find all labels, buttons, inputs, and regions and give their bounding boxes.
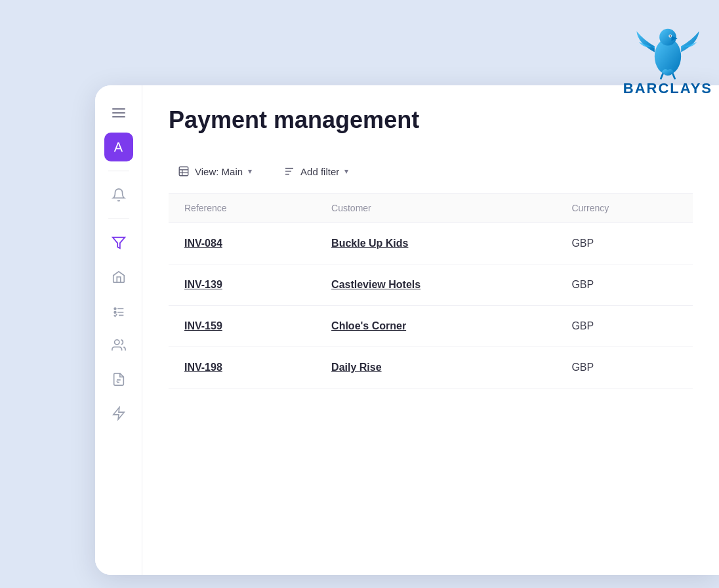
cell-customer: Castleview Hotels: [316, 264, 556, 306]
barclays-eagle-icon: [632, 13, 704, 85]
table-row: INV-159 Chloe's Corner GBP: [169, 306, 693, 347]
main-content: Payment management View: Main ▾: [142, 85, 719, 575]
col-customer: Customer: [316, 194, 556, 223]
sidebar-item-menu[interactable]: [104, 98, 133, 127]
cell-currency: GBP: [556, 347, 693, 388]
sidebar-item-filter[interactable]: [104, 228, 133, 257]
tasks-icon: [112, 304, 126, 318]
svg-line-5: [672, 74, 675, 79]
cell-reference: INV-198: [169, 347, 316, 388]
sidebar-item-avatar[interactable]: A: [104, 133, 133, 161]
svg-point-8: [114, 311, 116, 313]
currency-value: GBP: [571, 238, 594, 249]
filter-label: Add filter: [300, 166, 339, 177]
add-filter-button[interactable]: Add filter ▾: [274, 160, 358, 182]
sidebar-item-notifications[interactable]: [104, 180, 133, 209]
customer-link[interactable]: Daily Rise: [331, 362, 381, 373]
hamburger-icon: [112, 108, 125, 117]
reference-link[interactable]: INV-084: [184, 238, 222, 249]
cell-reference: INV-139: [169, 264, 316, 306]
table-row: INV-198 Daily Rise GBP: [169, 347, 693, 388]
sidebar-divider-2: [108, 219, 129, 219]
currency-value: GBP: [571, 279, 594, 290]
reference-link[interactable]: INV-139: [184, 279, 222, 290]
invoice-icon: £: [112, 372, 126, 387]
reference-link[interactable]: INV-159: [184, 320, 222, 331]
cell-reference: INV-159: [169, 306, 316, 347]
cell-reference: INV-084: [169, 223, 316, 264]
cell-currency: GBP: [556, 264, 693, 306]
filter-icon: [112, 236, 126, 250]
currency-value: GBP: [571, 320, 594, 331]
avatar-label: A: [114, 140, 123, 155]
view-label: View: Main: [195, 166, 243, 177]
svg-point-3: [669, 35, 670, 37]
main-card: A: [95, 85, 719, 575]
customer-link[interactable]: Castleview Hotels: [331, 279, 421, 290]
cell-customer: Buckle Up Kids: [316, 223, 556, 264]
home-icon: [112, 270, 126, 284]
table-view-icon: [178, 165, 190, 177]
col-reference: Reference: [169, 194, 316, 223]
cell-customer: Daily Rise: [316, 347, 556, 388]
barclays-logo: BARCLAYS: [623, 13, 712, 97]
svg-text:£: £: [116, 379, 118, 383]
bell-icon: [112, 188, 126, 202]
cell-customer: Chloe's Corner: [316, 306, 556, 347]
reference-link[interactable]: INV-198: [184, 362, 222, 373]
cell-currency: GBP: [556, 306, 693, 347]
page-wrapper: BARCLAYS A: [0, 0, 719, 588]
page-title: Payment management: [169, 106, 693, 134]
table-row: INV-084 Buckle Up Kids GBP: [169, 223, 693, 264]
users-icon: [112, 338, 126, 352]
sidebar: A: [95, 85, 142, 575]
currency-value: GBP: [571, 362, 594, 373]
customer-link[interactable]: Chloe's Corner: [331, 320, 406, 331]
view-chevron-icon: ▾: [248, 167, 252, 176]
view-main-button[interactable]: View: Main ▾: [169, 160, 261, 182]
sidebar-item-users[interactable]: [104, 331, 133, 360]
sidebar-divider-1: [108, 171, 129, 171]
svg-marker-15: [113, 408, 124, 419]
payments-table: Reference Customer Currency INV-084 Buck…: [169, 194, 693, 388]
svg-point-6: [114, 308, 116, 310]
table-row: INV-139 Castleview Hotels GBP: [169, 264, 693, 306]
sidebar-item-lightning[interactable]: [104, 399, 133, 428]
svg-line-4: [661, 74, 663, 79]
payments-table-wrapper: Reference Customer Currency INV-084 Buck…: [169, 194, 693, 575]
sidebar-item-tasks[interactable]: [104, 297, 133, 326]
filter-chevron-icon: ▾: [344, 167, 348, 176]
svg-point-11: [114, 340, 119, 345]
lightning-icon: [112, 406, 126, 421]
toolbar: View: Main ▾ Add filter ▾: [169, 150, 693, 194]
svg-rect-16: [179, 167, 188, 176]
table-header-row: Reference Customer Currency: [169, 194, 693, 223]
sidebar-item-invoice[interactable]: £: [104, 365, 133, 394]
filter-lines-icon: [283, 165, 295, 177]
cell-currency: GBP: [556, 223, 693, 264]
barclays-name: BARCLAYS: [623, 80, 712, 97]
sidebar-item-home[interactable]: [104, 262, 133, 291]
customer-link[interactable]: Buckle Up Kids: [331, 238, 408, 249]
col-currency: Currency: [556, 194, 693, 223]
